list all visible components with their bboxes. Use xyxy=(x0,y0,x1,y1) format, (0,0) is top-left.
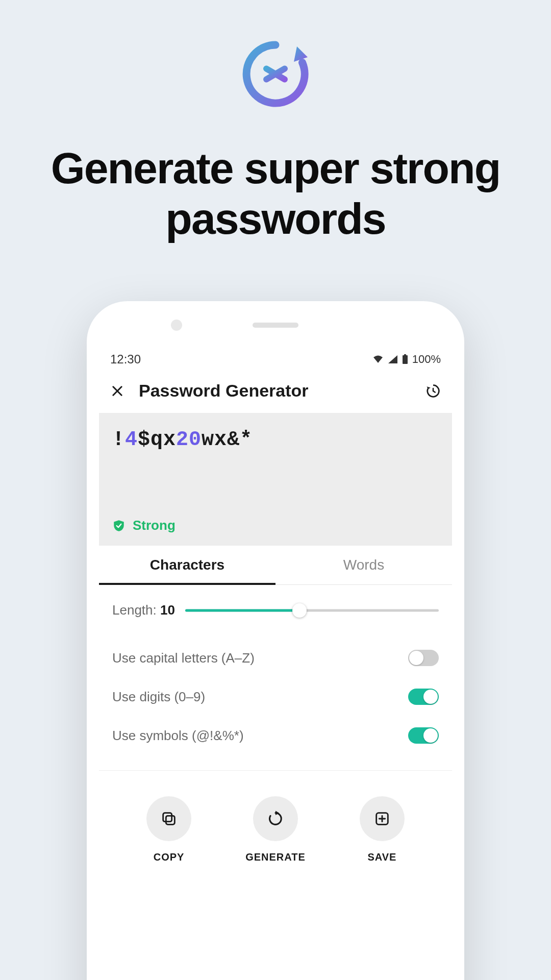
toggle-label: Use capital letters (A–Z) xyxy=(112,650,255,666)
tab-characters[interactable]: Characters xyxy=(99,546,276,584)
app-header: Password Generator xyxy=(99,371,452,413)
wifi-icon xyxy=(372,355,384,364)
phone-speaker xyxy=(253,323,298,328)
toggle-switch[interactable] xyxy=(408,689,439,705)
status-bar: 12:30 100% xyxy=(99,347,452,371)
generate-button[interactable]: GENERATE xyxy=(245,796,306,863)
phone-mockup: 12:30 100% Password Generator xyxy=(87,301,464,980)
svg-rect-3 xyxy=(404,354,406,355)
options-panel: Length: 10 Use capital letters (A–Z)Use … xyxy=(99,585,452,760)
close-icon[interactable] xyxy=(110,384,124,398)
history-icon[interactable] xyxy=(425,383,441,399)
status-indicators: 100% xyxy=(372,353,441,366)
action-bar: COPYGENERATESAVE xyxy=(99,770,452,878)
action-label: SAVE xyxy=(367,851,396,863)
generated-password[interactable]: !4$qx20wx&* xyxy=(112,428,439,451)
svg-rect-6 xyxy=(163,813,172,822)
promo-headline: Generate super strong passwords xyxy=(0,143,551,244)
toggle-switch[interactable] xyxy=(408,650,439,666)
strength-label: Strong xyxy=(133,518,176,533)
add-icon xyxy=(360,796,405,841)
phone-sensor xyxy=(171,320,182,331)
copy-button[interactable]: COPY xyxy=(146,796,191,863)
app-screen: 12:30 100% Password Generator xyxy=(99,347,452,980)
cell-signal-icon xyxy=(388,355,398,364)
password-display-panel: !4$qx20wx&* Strong xyxy=(99,413,452,546)
app-logo xyxy=(237,36,314,112)
save-button[interactable]: SAVE xyxy=(360,796,405,863)
toggle-row: Use digits (0–9) xyxy=(112,677,439,716)
length-slider[interactable] xyxy=(185,604,439,617)
toggle-row: Use symbols (@!&%*) xyxy=(112,716,439,755)
svg-rect-4 xyxy=(403,355,408,364)
length-value: 10 xyxy=(160,602,175,618)
shield-check-icon xyxy=(112,519,126,532)
length-label: Length: xyxy=(112,602,160,618)
action-label: COPY xyxy=(154,851,185,863)
tab-words[interactable]: Words xyxy=(276,546,452,584)
copy-icon xyxy=(146,796,191,841)
toggle-switch[interactable] xyxy=(408,727,439,744)
battery-percent: 100% xyxy=(412,353,441,366)
svg-rect-5 xyxy=(166,816,174,824)
strength-indicator: Strong xyxy=(112,518,439,533)
action-label: GENERATE xyxy=(245,851,306,863)
mode-tabs: CharactersWords xyxy=(99,546,452,585)
toggle-row: Use capital letters (A–Z) xyxy=(112,639,439,677)
toggle-label: Use symbols (@!&%*) xyxy=(112,728,244,744)
page-title: Password Generator xyxy=(139,381,309,401)
status-time: 12:30 xyxy=(110,352,141,366)
battery-icon xyxy=(402,354,408,364)
refresh-icon xyxy=(253,796,298,841)
toggle-label: Use digits (0–9) xyxy=(112,689,205,705)
length-control: Length: 10 xyxy=(112,602,439,618)
